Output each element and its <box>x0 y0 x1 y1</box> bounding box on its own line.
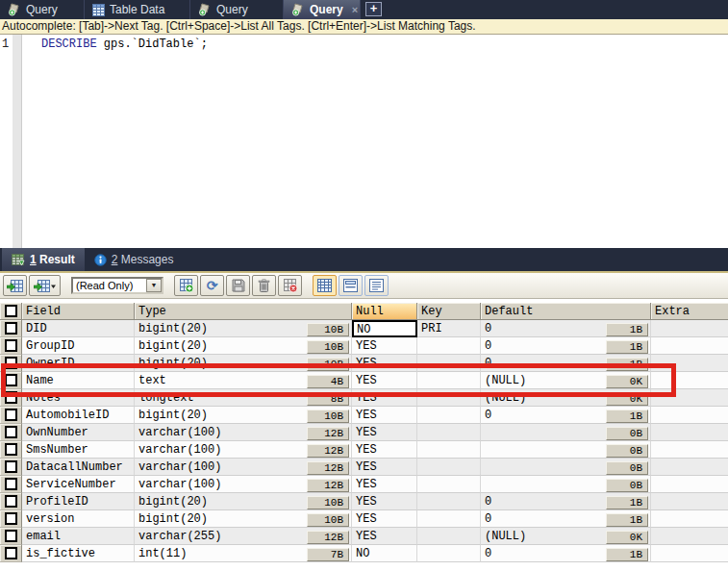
cell-type[interactable]: text4B <box>135 372 352 389</box>
add-row-button[interactable] <box>174 275 198 296</box>
cell-type[interactable]: bigint(20)10B <box>135 510 352 528</box>
cell-field[interactable]: ProfileID <box>22 493 135 510</box>
cell-type[interactable]: varchar(100)12B <box>135 441 352 459</box>
cell-key[interactable] <box>417 441 481 459</box>
cell-key[interactable] <box>417 493 481 510</box>
cell-extra[interactable] <box>651 337 728 355</box>
cell-type[interactable]: varchar(100)12B <box>135 476 352 493</box>
cell-extra[interactable] <box>651 476 728 493</box>
column-header-type[interactable]: Type <box>135 303 352 320</box>
close-tab-icon[interactable]: × <box>352 4 358 15</box>
cell-null[interactable]: YES <box>352 337 417 355</box>
cell-type[interactable]: varchar(100)12B <box>135 424 352 441</box>
cell-null[interactable]: YES <box>352 441 417 459</box>
cell-extra[interactable] <box>651 320 728 337</box>
result-mode-select[interactable]: (Read Only) ▼ <box>71 277 163 294</box>
cell-default[interactable]: 01B <box>481 355 651 372</box>
cell-null[interactable]: NO <box>352 320 417 337</box>
cell-default[interactable]: 01B <box>481 493 651 510</box>
row-select-cell[interactable] <box>0 545 22 562</box>
cell-type[interactable]: bigint(20)10B <box>135 407 352 424</box>
text-view-toggle[interactable] <box>364 275 389 296</box>
row-select-cell[interactable] <box>0 459 22 476</box>
save-button[interactable] <box>226 275 250 296</box>
cell-type[interactable]: longtext8B <box>135 389 352 407</box>
row-checkbox[interactable] <box>5 426 17 438</box>
export-grid-menu-button[interactable] <box>29 275 61 296</box>
cell-type[interactable]: int(11)7B <box>135 545 352 562</box>
row-select-cell[interactable] <box>0 320 22 337</box>
cell-default[interactable]: 0B <box>481 424 651 441</box>
row-checkbox[interactable] <box>5 547 17 559</box>
cell-type[interactable]: bigint(20)10B <box>135 355 352 372</box>
cell-field[interactable]: Notes <box>22 389 135 407</box>
row-checkbox[interactable] <box>5 460 17 473</box>
cell-extra[interactable] <box>651 355 728 372</box>
cell-extra[interactable] <box>651 424 728 441</box>
cell-type[interactable]: varchar(255)12B <box>135 528 352 545</box>
column-header-default[interactable]: Default <box>481 303 651 320</box>
cell-field[interactable]: OwnNumber <box>22 424 135 441</box>
row-checkbox[interactable] <box>5 357 17 369</box>
row-checkbox[interactable] <box>5 339 17 352</box>
remove-grid-button[interactable] <box>278 275 302 296</box>
sql-editor[interactable]: 1 DESCRIBE gps.`DidTable`; <box>0 35 728 248</box>
chevron-down-icon[interactable]: ▼ <box>146 279 162 292</box>
row-checkbox[interactable] <box>5 443 17 456</box>
cell-key[interactable] <box>417 510 481 528</box>
tab-query-1[interactable]: Query <box>0 0 85 19</box>
cell-key[interactable] <box>417 476 481 493</box>
cell-field[interactable]: GroupID <box>22 337 135 355</box>
cell-field[interactable]: email <box>22 528 135 545</box>
cell-null[interactable]: YES <box>352 493 417 510</box>
row-select-cell[interactable] <box>0 493 22 510</box>
cell-null[interactable]: YES <box>352 510 417 528</box>
cell-extra[interactable] <box>651 389 728 407</box>
cell-extra[interactable] <box>651 407 728 424</box>
tab-query-2[interactable]: Query <box>190 0 284 19</box>
cell-extra[interactable] <box>651 441 728 459</box>
cell-null[interactable]: YES <box>352 476 417 493</box>
cell-type[interactable]: varchar(100)12B <box>135 459 352 476</box>
cell-field[interactable]: ServiceNumber <box>22 476 135 493</box>
row-select-cell[interactable] <box>0 510 22 528</box>
row-checkbox[interactable] <box>5 530 17 542</box>
row-checkbox[interactable] <box>5 391 17 404</box>
cell-field[interactable]: DID <box>22 320 135 337</box>
row-select-cell[interactable] <box>0 528 22 545</box>
cell-null[interactable]: NO <box>352 545 417 562</box>
cell-key[interactable] <box>417 407 481 424</box>
cell-key[interactable] <box>417 372 481 389</box>
cell-null[interactable]: YES <box>352 528 417 545</box>
cell-default[interactable]: 0B <box>481 476 651 493</box>
cell-field[interactable]: OwnerID <box>22 355 135 372</box>
cell-key[interactable] <box>417 528 481 545</box>
row-checkbox[interactable] <box>5 478 17 490</box>
cell-key[interactable] <box>417 355 481 372</box>
tab-table-data[interactable]: Table Data <box>85 0 190 19</box>
cell-default[interactable]: 01B <box>481 407 651 424</box>
cell-default[interactable]: (NULL)0K <box>481 389 651 407</box>
cell-null[interactable]: YES <box>352 424 417 441</box>
cell-field[interactable]: version <box>22 510 135 528</box>
new-tab-button[interactable]: + <box>365 2 382 16</box>
form-view-toggle[interactable] <box>339 275 363 296</box>
row-select-cell[interactable] <box>0 372 22 389</box>
cell-field[interactable]: is_fictive <box>22 545 135 562</box>
cell-default[interactable]: 01B <box>481 510 651 528</box>
tab-query-active[interactable]: Query × <box>284 0 361 19</box>
cell-default[interactable]: (NULL)0K <box>481 372 651 389</box>
cell-extra[interactable] <box>651 510 728 528</box>
tab-result[interactable]: 1 Result <box>2 248 85 271</box>
cell-key[interactable]: PRI <box>417 320 481 337</box>
cell-default[interactable]: 01B <box>481 337 651 355</box>
row-select-cell[interactable] <box>0 355 22 372</box>
cell-null[interactable]: YES <box>352 389 417 407</box>
cell-type[interactable]: bigint(20)10B <box>135 337 352 355</box>
row-select-cell[interactable] <box>0 389 22 407</box>
column-header-key[interactable]: Key <box>417 303 481 320</box>
row-checkbox[interactable] <box>5 374 17 386</box>
column-header-field[interactable]: Field <box>22 303 135 320</box>
cell-null[interactable]: YES <box>352 355 417 372</box>
cell-extra[interactable] <box>651 545 728 562</box>
